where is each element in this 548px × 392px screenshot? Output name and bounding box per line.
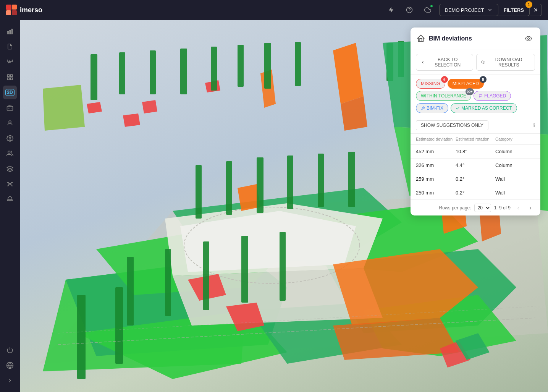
panel-title: BIM deviations xyxy=(429,35,519,42)
svg-rect-67 xyxy=(226,161,232,215)
sidebar-item-scan[interactable] xyxy=(3,55,17,69)
filters-label: FILTERS xyxy=(504,7,524,13)
col-header-category: Category xyxy=(495,137,535,141)
pagination-range: 1–9 of 9 xyxy=(494,205,511,211)
sidebar-item-layers[interactable] xyxy=(3,162,17,176)
sidebar-item-models[interactable] xyxy=(3,101,17,115)
sidebar-item-helmet[interactable] xyxy=(3,193,17,206)
svg-rect-61 xyxy=(238,45,244,87)
settings-icon xyxy=(6,135,13,142)
language-icon xyxy=(6,361,14,369)
table-row[interactable]: 452 mm 10.8° Column xyxy=(411,145,540,159)
tab-marked-correct[interactable]: MARKED AS CORRECT xyxy=(451,103,517,113)
wrench-icon xyxy=(421,106,425,110)
suggestions-button[interactable]: SHOW SUGGESTIONS ONLY xyxy=(416,120,488,130)
tab-correct-label: MARKED AS CORRECT xyxy=(461,105,512,111)
bim-deviations-panel: BIM deviations BACK TO SELECTION DOWNLOA… xyxy=(411,28,540,215)
lightning-icon xyxy=(388,6,394,13)
svg-rect-6 xyxy=(10,30,11,34)
panel-header: BIM deviations xyxy=(411,28,540,50)
help-button[interactable] xyxy=(403,3,416,17)
row-2-category: Wall xyxy=(495,176,535,182)
document-icon xyxy=(7,43,13,50)
tab-within-label: WITHIN TOLERANCE xyxy=(421,93,466,99)
rows-per-page-select[interactable]: 20 10 50 xyxy=(474,204,491,212)
row-3-deviation: 250 mm xyxy=(416,190,456,196)
svg-rect-5 xyxy=(7,31,8,34)
sidebar-item-language[interactable] xyxy=(3,358,17,372)
sidebar-item-team[interactable] xyxy=(3,147,17,160)
svg-rect-62 xyxy=(264,43,271,89)
project-label: DEMO PROJECT xyxy=(445,7,484,13)
cloud-icon xyxy=(424,6,432,13)
download-label: DOWNLOAD RESULTS xyxy=(487,57,530,68)
sidebar-item-drone[interactable] xyxy=(3,177,17,191)
cloud-status-dot xyxy=(430,5,433,8)
top-navigation: imerso DEMO PROJECT 1 FILTERS ✕ xyxy=(0,0,548,20)
tab-within-tolerance[interactable]: WITHIN TOLERANCE 99+ xyxy=(416,91,471,101)
info-icon[interactable]: ℹ xyxy=(533,122,535,128)
pagination-next[interactable]: › xyxy=(526,203,535,212)
svg-rect-58 xyxy=(150,50,156,94)
cloud-button[interactable] xyxy=(421,3,435,17)
scan-icon xyxy=(6,58,13,65)
flag-icon xyxy=(478,94,483,98)
row-0-deviation: 452 mm xyxy=(416,149,456,154)
svg-marker-48 xyxy=(87,102,102,113)
svg-rect-63 xyxy=(295,42,301,86)
sidebar-item-grid[interactable] xyxy=(3,70,17,84)
lightning-button[interactable] xyxy=(384,3,398,17)
filters-badge: 1 xyxy=(525,1,532,8)
svg-rect-74 xyxy=(203,241,209,310)
svg-rect-0 xyxy=(6,5,11,10)
building-icon xyxy=(6,104,13,111)
svg-rect-10 xyxy=(11,75,13,76)
sidebar-item-settings[interactable] xyxy=(3,131,17,145)
tab-flagged-label: FLAGGED xyxy=(484,93,506,99)
sidebar-item-analytics[interactable] xyxy=(3,24,17,38)
svg-rect-3 xyxy=(12,10,17,15)
row-2-deviation: 259 mm xyxy=(416,176,456,182)
table-header: Estimated deviation Estimated rotation C… xyxy=(411,134,540,145)
panel-eye-button[interactable] xyxy=(523,33,534,44)
sidebar-item-3d[interactable]: 3D xyxy=(3,86,17,99)
project-filters-group: DEMO PROJECT 1 FILTERS ✕ xyxy=(439,4,542,16)
back-to-selection-button[interactable]: BACK TO SELECTION xyxy=(416,54,473,71)
svg-rect-66 xyxy=(196,165,202,219)
table-row[interactable]: 250 mm 0.2° Wall xyxy=(411,186,540,200)
table-row[interactable]: 259 mm 0.2° Wall xyxy=(411,172,540,186)
row-1-deviation: 326 mm xyxy=(416,162,456,168)
tab-bimfix[interactable]: BIM-FIX xyxy=(416,103,448,113)
svg-rect-7 xyxy=(11,29,13,34)
layers-icon xyxy=(6,165,13,172)
3d-label: 3D xyxy=(5,89,14,96)
svg-point-8 xyxy=(10,62,11,63)
project-button[interactable]: DEMO PROJECT xyxy=(439,4,498,16)
download-icon xyxy=(481,60,485,65)
tab-flagged[interactable]: FLAGGED xyxy=(474,91,511,101)
svg-rect-78 xyxy=(115,287,123,364)
download-results-button[interactable]: DOWNLOAD RESULTS xyxy=(476,54,535,71)
row-3-rotation: 0.2° xyxy=(456,190,495,196)
sidebar-item-document[interactable] xyxy=(3,40,17,53)
sidebar-item-collapse[interactable] xyxy=(3,374,17,387)
tab-missing[interactable]: MISSING 6 xyxy=(416,79,445,89)
row-2-rotation: 0.2° xyxy=(456,176,495,182)
svg-rect-60 xyxy=(211,47,217,91)
filters-button[interactable]: 1 FILTERS xyxy=(498,4,530,16)
table-row[interactable]: 326 mm 4.4° Column xyxy=(411,159,540,172)
main-3d-view[interactable]: BIM deviations BACK TO SELECTION DOWNLOA… xyxy=(20,20,548,392)
sidebar-item-person[interactable] xyxy=(3,116,17,130)
svg-rect-11 xyxy=(7,78,9,80)
team-icon xyxy=(6,150,14,157)
sidebar-item-power[interactable] xyxy=(3,343,17,357)
tab-misplaced[interactable]: MISPLACED 9 xyxy=(448,79,484,89)
pagination-prev[interactable]: ‹ xyxy=(514,203,523,212)
deviations-table: Estimated deviation Estimated rotation C… xyxy=(411,134,540,200)
svg-rect-73 xyxy=(165,249,171,316)
bar-chart-icon xyxy=(6,28,13,35)
svg-point-18 xyxy=(9,183,11,185)
tab-missing-label: MISSING xyxy=(421,81,440,86)
svg-point-15 xyxy=(9,138,11,139)
svg-marker-81 xyxy=(43,85,85,131)
